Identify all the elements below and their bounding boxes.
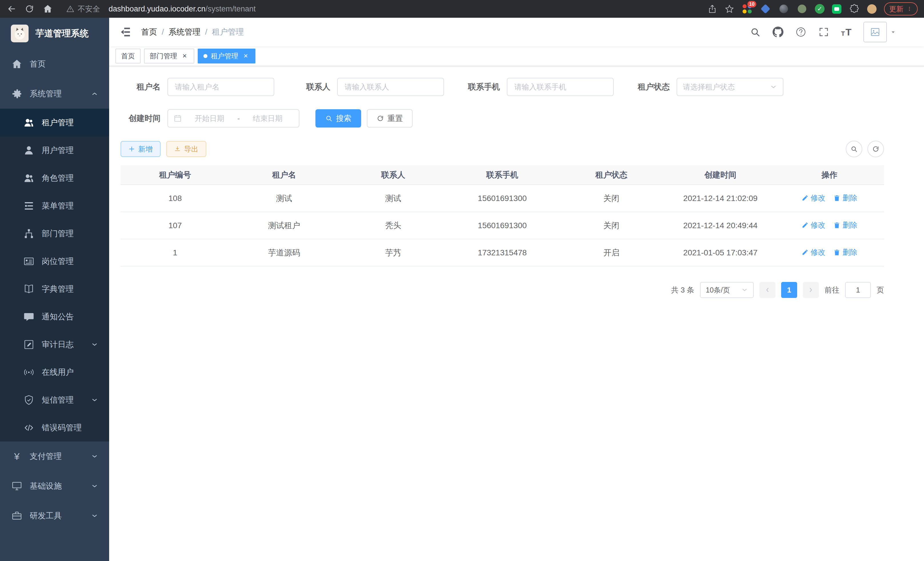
toggle-search-button[interactable] — [846, 141, 862, 157]
github-icon[interactable] — [772, 27, 783, 38]
create-time-range-picker[interactable]: 开始日期 - 结束日期 — [167, 109, 299, 128]
refresh-table-button[interactable] — [867, 141, 884, 157]
breadcrumb-item[interactable]: 首页 — [141, 27, 157, 38]
page-unit-label: 页 — [877, 285, 884, 295]
cell-contact: 秃头 — [339, 212, 448, 239]
browser-back-icon[interactable] — [6, 4, 16, 14]
close-tab-icon[interactable]: × — [181, 52, 189, 60]
search-button[interactable]: 搜索 — [315, 109, 361, 128]
browser-reload-icon[interactable] — [25, 4, 34, 14]
refresh-icon — [872, 145, 879, 153]
sidebar-item-dict-management[interactable]: 字典管理 — [0, 275, 109, 303]
cell-contact: 测试 — [339, 185, 448, 212]
tab-首页[interactable]: 首页 — [116, 49, 141, 63]
sidebar-item-home[interactable]: 首页 — [0, 49, 109, 79]
site-security-indicator[interactable]: 不安全 — [66, 4, 100, 14]
bookmark-star-icon[interactable] — [724, 4, 734, 14]
extensions-puzzle-icon[interactable] — [849, 3, 860, 14]
sidebar-item-system-management[interactable]: 系统管理 — [0, 79, 109, 109]
user-icon — [23, 145, 34, 156]
next-page-button[interactable] — [803, 282, 819, 298]
extension-chat-icon[interactable] — [832, 4, 842, 14]
table-body: 108测试测试15601691300关闭2021-12-14 21:02:09修… — [121, 185, 884, 266]
app-title: 芋道管理系统 — [35, 27, 88, 39]
browser-update-button[interactable]: 更新 — [884, 2, 918, 15]
sidebar-item-infrastructure[interactable]: 基础设施 — [0, 471, 109, 501]
sidebar-item-role-management[interactable]: 角色管理 — [0, 164, 109, 192]
edit-icon — [801, 195, 808, 202]
page-content: 租户名 联系人 联系手机 租户状态 — [109, 66, 924, 561]
browser-profile-avatar[interactable] — [867, 4, 877, 14]
sidebar-item-notice[interactable]: 通知公告 — [0, 303, 109, 331]
reset-button[interactable]: 重置 — [367, 109, 412, 128]
chevron-down-icon — [91, 482, 98, 490]
tenant-name-input[interactable] — [167, 78, 274, 96]
sidebar-item-user-management[interactable]: 用户管理 — [0, 136, 109, 164]
tenant-status-select[interactable]: 请选择租户状态 — [676, 78, 783, 96]
edit-button[interactable]: 修改 — [801, 193, 825, 203]
extension-circle-icon[interactable] — [796, 3, 807, 14]
page-number-1[interactable]: 1 — [781, 282, 797, 298]
extension-diamond-icon[interactable] — [760, 3, 771, 14]
delete-button[interactable]: 删除 — [833, 247, 857, 257]
url-host: dashboard.yudao.iocoder.cn — [109, 5, 206, 13]
delete-button[interactable]: 删除 — [833, 220, 857, 230]
extension-dots-icon[interactable]: 10 — [742, 3, 753, 14]
edit-button[interactable]: 修改 — [801, 247, 825, 257]
fullscreen-icon[interactable] — [818, 27, 829, 38]
tab-租户管理[interactable]: 租户管理× — [198, 49, 255, 63]
sidebar-item-online-user[interactable]: 在线用户 — [0, 358, 109, 386]
extension-check-icon[interactable]: ✓ — [815, 4, 825, 14]
goto-page-input[interactable] — [845, 282, 871, 298]
page-size-select[interactable]: 10条/页 — [700, 282, 754, 298]
column-header: 联系手机 — [448, 165, 557, 185]
briefcase-icon — [11, 510, 22, 521]
sidebar-item-dept-management[interactable]: 部门管理 — [0, 220, 109, 247]
breadcrumb-item: 租户管理 — [212, 27, 244, 38]
add-button[interactable]: 新增 — [121, 141, 160, 157]
prev-page-button[interactable] — [759, 282, 776, 298]
chevron-down-icon — [91, 512, 98, 520]
tab-部门管理[interactable]: 部门管理× — [144, 49, 194, 63]
pagination-total: 共 3 条 — [671, 285, 694, 295]
browser-home-icon[interactable] — [43, 4, 52, 14]
column-header: 租户编号 — [121, 165, 230, 185]
logo[interactable]: 芋道管理系统 — [0, 18, 109, 49]
sidebar-item-dev-tools[interactable]: 研发工具 — [0, 501, 109, 531]
share-icon[interactable] — [707, 4, 717, 14]
extension-sphere-icon[interactable] — [778, 3, 789, 14]
column-header: 联系人 — [339, 165, 448, 185]
date-end-placeholder: 结束日期 — [242, 114, 293, 123]
sidebar-item-error-code-management[interactable]: 错误码管理 — [0, 414, 109, 441]
sidebar-item-menu-management[interactable]: 菜单管理 — [0, 192, 109, 220]
sidebar-item-post-management[interactable]: 岗位管理 — [0, 247, 109, 275]
main-area: 首页/系统管理/租户管理 TT 首页部门管理×租户管理× 租户 — [109, 18, 924, 561]
delete-button[interactable]: 删除 — [833, 193, 857, 203]
sidebar-item-tenant-management[interactable]: 租户管理 — [0, 109, 109, 136]
breadcrumb-item[interactable]: 系统管理 — [169, 27, 201, 38]
help-icon[interactable] — [795, 27, 806, 38]
active-tab-dot-icon — [203, 54, 207, 58]
sidebar-item-audit-log[interactable]: 审计日志 — [0, 331, 109, 358]
column-header: 租户状态 — [557, 165, 666, 185]
sidebar-item-sms-management[interactable]: 短信管理 — [0, 386, 109, 414]
filter-form: 租户名 联系人 联系手机 租户状态 — [121, 78, 884, 128]
cell-status: 关闭 — [557, 185, 666, 212]
phone-input[interactable] — [507, 78, 614, 96]
contact-input[interactable] — [337, 78, 444, 96]
edit-button[interactable]: 修改 — [801, 220, 825, 230]
cell-phone: 15601691300 — [448, 185, 557, 212]
font-size-icon[interactable]: TT — [841, 27, 851, 38]
refresh-icon — [376, 115, 384, 122]
gear-icon — [11, 88, 22, 99]
table-header-row: 租户编号租户名联系人联系手机租户状态创建时间操作 — [121, 165, 884, 185]
address-bar[interactable]: dashboard.yudao.iocoder.cn/system/tenant — [109, 5, 256, 14]
header-search-icon[interactable] — [750, 27, 760, 38]
close-tab-icon[interactable]: × — [242, 52, 250, 60]
edit-icon — [801, 249, 808, 256]
sidebar-item-pay-management[interactable]: ¥支付管理 — [0, 441, 109, 471]
sidebar-collapse-icon[interactable] — [119, 26, 131, 38]
log-icon — [23, 339, 34, 350]
user-avatar-dropdown[interactable] — [863, 22, 897, 42]
export-button[interactable]: 导出 — [166, 141, 206, 157]
